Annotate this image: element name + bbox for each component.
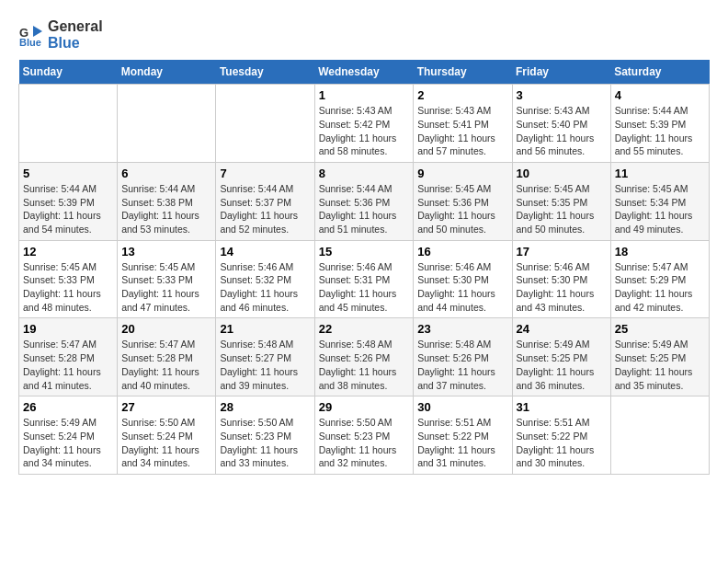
calendar-cell: 26Sunrise: 5:49 AM Sunset: 5:24 PM Dayli…	[19, 396, 118, 475]
calendar-cell: 4Sunrise: 5:44 AM Sunset: 5:39 PM Daylig…	[610, 85, 709, 163]
svg-text:Blue: Blue	[19, 37, 41, 48]
day-info: Sunrise: 5:44 AM Sunset: 5:38 PM Dayligh…	[121, 182, 211, 236]
calendar-cell: 22Sunrise: 5:48 AM Sunset: 5:26 PM Dayli…	[314, 318, 414, 396]
day-info: Sunrise: 5:45 AM Sunset: 5:33 PM Dayligh…	[121, 260, 211, 315]
day-number: 12	[23, 245, 113, 259]
calendar-cell: 19Sunrise: 5:47 AM Sunset: 5:28 PM Dayli…	[19, 318, 118, 396]
logo-blue: Blue	[48, 35, 103, 52]
calendar-week-row: 12Sunrise: 5:45 AM Sunset: 5:33 PM Dayli…	[19, 240, 710, 318]
day-info: Sunrise: 5:43 AM Sunset: 5:41 PM Dayligh…	[417, 104, 507, 158]
day-info: Sunrise: 5:50 AM Sunset: 5:24 PM Dayligh…	[121, 416, 211, 470]
day-number: 13	[121, 245, 211, 259]
day-number: 11	[615, 167, 705, 180]
calendar-cell: 2Sunrise: 5:43 AM Sunset: 5:41 PM Daylig…	[414, 85, 512, 163]
day-number: 27	[121, 400, 211, 414]
weekday-header-thursday: Thursday	[414, 60, 512, 85]
calendar-cell: 5Sunrise: 5:44 AM Sunset: 5:39 PM Daylig…	[19, 162, 118, 240]
calendar-cell	[118, 85, 216, 163]
day-info: Sunrise: 5:48 AM Sunset: 5:26 PM Dayligh…	[417, 338, 507, 392]
day-number: 20	[121, 322, 211, 336]
calendar-cell: 1Sunrise: 5:43 AM Sunset: 5:42 PM Daylig…	[314, 85, 414, 163]
day-number: 23	[417, 322, 507, 336]
day-info: Sunrise: 5:49 AM Sunset: 5:24 PM Dayligh…	[23, 416, 113, 470]
calendar-header-row: SundayMondayTuesdayWednesdayThursdayFrid…	[19, 60, 710, 85]
calendar-cell: 3Sunrise: 5:43 AM Sunset: 5:40 PM Daylig…	[512, 85, 610, 163]
day-info: Sunrise: 5:45 AM Sunset: 5:34 PM Dayligh…	[615, 182, 705, 236]
day-number: 15	[319, 245, 410, 259]
day-info: Sunrise: 5:49 AM Sunset: 5:25 PM Dayligh…	[615, 338, 705, 392]
day-number: 7	[220, 167, 310, 180]
day-info: Sunrise: 5:46 AM Sunset: 5:31 PM Dayligh…	[319, 260, 410, 315]
calendar-cell: 12Sunrise: 5:45 AM Sunset: 5:33 PM Dayli…	[19, 240, 118, 318]
calendar-cell: 24Sunrise: 5:49 AM Sunset: 5:25 PM Dayli…	[512, 318, 610, 396]
calendar-cell: 6Sunrise: 5:44 AM Sunset: 5:38 PM Daylig…	[118, 162, 216, 240]
calendar-table: SundayMondayTuesdayWednesdayThursdayFrid…	[18, 60, 710, 475]
day-number: 6	[121, 167, 211, 180]
calendar-cell: 7Sunrise: 5:44 AM Sunset: 5:37 PM Daylig…	[216, 162, 314, 240]
day-info: Sunrise: 5:46 AM Sunset: 5:30 PM Dayligh…	[517, 260, 607, 315]
day-number: 19	[23, 322, 113, 336]
day-info: Sunrise: 5:43 AM Sunset: 5:42 PM Dayligh…	[319, 104, 410, 158]
day-info: Sunrise: 5:47 AM Sunset: 5:28 PM Dayligh…	[23, 338, 113, 392]
day-number: 9	[417, 167, 507, 180]
day-info: Sunrise: 5:48 AM Sunset: 5:27 PM Dayligh…	[220, 338, 310, 392]
day-number: 31	[517, 400, 607, 414]
day-info: Sunrise: 5:49 AM Sunset: 5:25 PM Dayligh…	[517, 338, 607, 392]
day-info: Sunrise: 5:51 AM Sunset: 5:22 PM Dayligh…	[517, 416, 607, 470]
calendar-cell: 31Sunrise: 5:51 AM Sunset: 5:22 PM Dayli…	[512, 396, 610, 475]
day-info: Sunrise: 5:47 AM Sunset: 5:29 PM Dayligh…	[615, 260, 705, 315]
day-info: Sunrise: 5:45 AM Sunset: 5:33 PM Dayligh…	[23, 260, 113, 315]
day-number: 25	[615, 322, 705, 336]
weekday-header-wednesday: Wednesday	[314, 60, 414, 85]
calendar-cell: 11Sunrise: 5:45 AM Sunset: 5:34 PM Dayli…	[610, 162, 709, 240]
day-number: 8	[319, 167, 410, 180]
day-info: Sunrise: 5:47 AM Sunset: 5:28 PM Dayligh…	[121, 338, 211, 392]
day-info: Sunrise: 5:50 AM Sunset: 5:23 PM Dayligh…	[319, 416, 410, 470]
logo-icon: G Blue	[18, 22, 44, 48]
day-info: Sunrise: 5:44 AM Sunset: 5:36 PM Dayligh…	[319, 182, 410, 236]
day-number: 29	[319, 400, 410, 414]
day-number: 3	[517, 88, 607, 102]
weekday-header-monday: Monday	[118, 60, 216, 85]
calendar-cell: 30Sunrise: 5:51 AM Sunset: 5:22 PM Dayli…	[414, 396, 512, 475]
weekday-header-tuesday: Tuesday	[216, 60, 314, 85]
day-info: Sunrise: 5:46 AM Sunset: 5:30 PM Dayligh…	[417, 260, 507, 315]
calendar-cell: 21Sunrise: 5:48 AM Sunset: 5:27 PM Dayli…	[216, 318, 314, 396]
day-info: Sunrise: 5:45 AM Sunset: 5:36 PM Dayligh…	[417, 182, 507, 236]
day-number: 30	[417, 400, 507, 414]
weekday-header-saturday: Saturday	[610, 60, 709, 85]
day-number: 5	[23, 167, 113, 180]
day-info: Sunrise: 5:48 AM Sunset: 5:26 PM Dayligh…	[319, 338, 410, 392]
calendar-cell: 28Sunrise: 5:50 AM Sunset: 5:23 PM Dayli…	[216, 396, 314, 475]
calendar-week-row: 5Sunrise: 5:44 AM Sunset: 5:39 PM Daylig…	[19, 162, 710, 240]
calendar-cell: 27Sunrise: 5:50 AM Sunset: 5:24 PM Dayli…	[118, 396, 216, 475]
day-number: 24	[517, 322, 607, 336]
calendar-cell: 29Sunrise: 5:50 AM Sunset: 5:23 PM Dayli…	[314, 396, 414, 475]
day-info: Sunrise: 5:46 AM Sunset: 5:32 PM Dayligh…	[220, 260, 310, 315]
calendar-cell: 16Sunrise: 5:46 AM Sunset: 5:30 PM Dayli…	[414, 240, 512, 318]
day-number: 28	[220, 400, 310, 414]
calendar-cell: 20Sunrise: 5:47 AM Sunset: 5:28 PM Dayli…	[118, 318, 216, 396]
day-number: 16	[417, 245, 507, 259]
day-info: Sunrise: 5:51 AM Sunset: 5:22 PM Dayligh…	[417, 416, 507, 470]
day-number: 26	[23, 400, 113, 414]
calendar-week-row: 1Sunrise: 5:43 AM Sunset: 5:42 PM Daylig…	[19, 85, 710, 163]
day-number: 18	[615, 245, 705, 259]
logo: G Blue General Blue	[18, 18, 103, 51]
day-number: 4	[615, 88, 705, 102]
page-header: G Blue General Blue	[18, 18, 710, 51]
calendar-body: 1Sunrise: 5:43 AM Sunset: 5:42 PM Daylig…	[19, 85, 710, 475]
calendar-cell: 8Sunrise: 5:44 AM Sunset: 5:36 PM Daylig…	[314, 162, 414, 240]
calendar-cell: 23Sunrise: 5:48 AM Sunset: 5:26 PM Dayli…	[414, 318, 512, 396]
calendar-cell: 17Sunrise: 5:46 AM Sunset: 5:30 PM Dayli…	[512, 240, 610, 318]
calendar-cell: 14Sunrise: 5:46 AM Sunset: 5:32 PM Dayli…	[216, 240, 314, 318]
day-info: Sunrise: 5:44 AM Sunset: 5:37 PM Dayligh…	[220, 182, 310, 236]
calendar-cell: 13Sunrise: 5:45 AM Sunset: 5:33 PM Dayli…	[118, 240, 216, 318]
calendar-cell: 18Sunrise: 5:47 AM Sunset: 5:29 PM Dayli…	[610, 240, 709, 318]
calendar-cell	[610, 396, 709, 475]
weekday-header-sunday: Sunday	[19, 60, 118, 85]
day-number: 1	[319, 88, 410, 102]
day-info: Sunrise: 5:44 AM Sunset: 5:39 PM Dayligh…	[23, 182, 113, 236]
day-number: 10	[517, 167, 607, 180]
calendar-week-row: 19Sunrise: 5:47 AM Sunset: 5:28 PM Dayli…	[19, 318, 710, 396]
